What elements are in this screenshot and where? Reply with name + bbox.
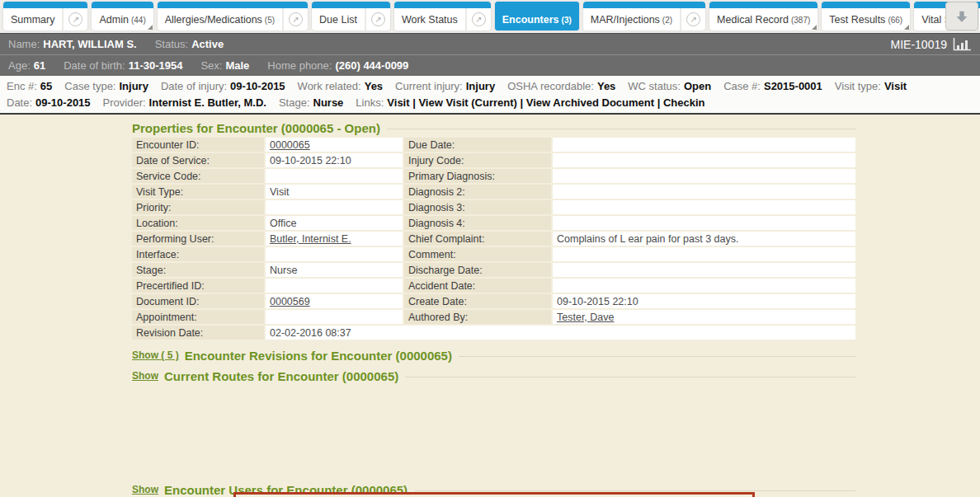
property-row-document-id: Document ID:0000569Create Date:09-10-201… bbox=[132, 294, 855, 308]
label-visit-type: Visit Type: bbox=[132, 185, 264, 199]
tab-test-results[interactable]: Test Results(66) bbox=[822, 2, 910, 30]
link-separator: | bbox=[654, 96, 663, 109]
property-row-service-code: Service Code:Primary Diagnosis: bbox=[132, 169, 855, 183]
value-priority bbox=[266, 200, 403, 214]
property-row-appointment: Appointment:Authored By:Tester, Dave bbox=[132, 310, 855, 324]
tab-mar-injections[interactable]: MAR/Injections(2)↗ bbox=[583, 2, 705, 30]
value-create-date: 09-10-2015 22:10 bbox=[553, 294, 855, 308]
field-status: Status:Active bbox=[155, 38, 224, 50]
tab-encounters[interactable]: Encounters(3) bbox=[495, 2, 579, 30]
tab-accent-bar bbox=[709, 2, 817, 8]
tab-summary[interactable]: Summary↗ bbox=[3, 2, 87, 30]
tab-label: Due List bbox=[312, 14, 365, 26]
value-performing-user-link[interactable]: Butler, Internist E. bbox=[270, 233, 351, 245]
label-revision-date: Revision Date: bbox=[132, 326, 264, 340]
label-comment: Comment: bbox=[404, 247, 551, 261]
encounter-links: Links:Visit | View Visit (Current) | Vie… bbox=[356, 96, 704, 109]
label-create-date: Create Date: bbox=[404, 294, 551, 308]
chart-stats-icon[interactable] bbox=[953, 38, 972, 51]
encounter-link-checkin[interactable]: Checkin bbox=[663, 96, 705, 109]
divider bbox=[387, 129, 855, 129]
field-home-phone: Home phone:(260) 444-0099 bbox=[267, 59, 408, 72]
label-stage: Stage: bbox=[132, 263, 264, 277]
properties-table: Encounter ID:0000065Due Date:Date of Ser… bbox=[132, 138, 855, 340]
value-location: Office bbox=[266, 216, 403, 230]
label-date-of-service: Date of Service: bbox=[132, 153, 264, 167]
value-comment bbox=[553, 247, 855, 261]
property-row-stage: Stage:NurseDischarge Date: bbox=[132, 263, 855, 277]
tab-accent-bar bbox=[583, 2, 705, 8]
field-sex: Sex:Male bbox=[200, 59, 249, 72]
label-performing-user: Performing User: bbox=[132, 232, 264, 246]
tab-label: Test Results(66) bbox=[822, 14, 910, 26]
popout-icon[interactable]: ↗ bbox=[62, 8, 87, 30]
property-row-encounter-id: Encounter ID:0000065Due Date: bbox=[132, 138, 855, 152]
tab-accent-bar bbox=[158, 2, 308, 8]
value-chief-complaint: Complains of L ear pain for past 3 days. bbox=[553, 232, 855, 246]
value-interface bbox=[266, 247, 403, 261]
value-due-date bbox=[553, 138, 855, 152]
encounter-link-visit[interactable]: Visit bbox=[387, 96, 409, 109]
field-wc-status: WC status:Open bbox=[628, 80, 711, 92]
tab-scroll-down-button[interactable] bbox=[945, 2, 978, 30]
value-primary-diagnosis bbox=[553, 169, 855, 183]
tab-count-badge: (44) bbox=[131, 16, 146, 25]
property-row-revision-date: Revision Date:02-02-2016 08:37 bbox=[132, 326, 855, 340]
show-revisions-link[interactable]: Show ( 5 ) bbox=[132, 349, 179, 361]
properties-title: Properties for Encounter (0000065 - Open… bbox=[132, 121, 380, 135]
popout-icon[interactable]: ↗ bbox=[680, 8, 705, 30]
encounter-link-view-archived-document[interactable]: View Archived Document bbox=[526, 96, 654, 109]
tab-work-status[interactable]: Work Status↗ bbox=[394, 2, 491, 30]
tab-body: Medical Record(387) bbox=[709, 8, 817, 30]
tab-accent-bar bbox=[3, 2, 87, 8]
show-routes-link[interactable]: Show bbox=[132, 370, 158, 382]
tab-allergies-medications[interactable]: Allergies/Medications(5)↗ bbox=[158, 2, 308, 30]
tab-body: Summary↗ bbox=[3, 8, 87, 30]
tab-accent-bar bbox=[822, 2, 910, 8]
popout-icon[interactable]: ↗ bbox=[282, 8, 308, 30]
value-encounter-id-link[interactable]: 0000065 bbox=[270, 139, 310, 151]
field-name: Name:HART, WILLIAM S. bbox=[8, 38, 137, 50]
show-users-link[interactable]: Show bbox=[132, 484, 158, 495]
label-interface: Interface: bbox=[132, 247, 264, 261]
divider bbox=[405, 377, 855, 377]
patient-id: MIE-10019 bbox=[891, 38, 947, 51]
encounter-info-line1: Enc #:65Case type:InjuryDate of injury:0… bbox=[7, 77, 973, 94]
label-discharge-date: Discharge Date: bbox=[404, 263, 551, 277]
patient-id-wrap: MIE-10019 bbox=[891, 38, 972, 51]
encounter-info-line2: Date:09-10-2015Provider:Internist E. But… bbox=[7, 94, 973, 110]
label-primary-diagnosis: Primary Diagnosis: bbox=[404, 169, 551, 183]
field-osha-recordable: OSHA recordable:Yes bbox=[507, 80, 615, 92]
value-diagnosis-2 bbox=[553, 185, 855, 199]
value-document-id-link[interactable]: 0000569 bbox=[270, 296, 310, 307]
tab-label: Admin(44) bbox=[92, 14, 153, 26]
property-row-visit-type: Visit Type:VisitDiagnosis 2: bbox=[132, 185, 855, 199]
field-visit-type: Visit type:Visit bbox=[835, 80, 907, 92]
value-stage: Nurse bbox=[266, 263, 403, 277]
patient-demographics-bar: Age:61Date of birth:11-30-1954Sex:MaleHo… bbox=[0, 54, 980, 76]
tab-label: MAR/Injections(2) bbox=[583, 14, 680, 26]
divider bbox=[459, 356, 855, 357]
encounter-link-view-visit-current[interactable]: View Visit (Current) bbox=[418, 96, 516, 109]
tab-count-badge: (2) bbox=[662, 16, 672, 25]
value-service-code bbox=[266, 169, 403, 183]
tab-body: Due List↗ bbox=[312, 8, 390, 30]
tab-medical-record[interactable]: Medical Record(387) bbox=[709, 2, 817, 30]
tab-due-list[interactable]: Due List↗ bbox=[312, 2, 390, 30]
value-encounter-id: 0000065 bbox=[266, 138, 403, 152]
field-work-related: Work related:Yes bbox=[298, 80, 384, 92]
tab-admin[interactable]: Admin(44) bbox=[92, 2, 153, 30]
field-current-injury: Current injury:Injury bbox=[395, 80, 495, 92]
label-appointment: Appointment: bbox=[132, 310, 264, 324]
value-authored-by-link[interactable]: Tester, Dave bbox=[557, 312, 614, 323]
popout-icon[interactable]: ↗ bbox=[365, 8, 390, 30]
dropdown-corner-icon bbox=[904, 25, 909, 30]
field-date-of-birth: Date of birth:11-30-1954 bbox=[64, 59, 182, 72]
tab-label: Work Status bbox=[394, 14, 465, 26]
label-authored-by: Authored By: bbox=[404, 310, 551, 324]
tab-label: Medical Record(387) bbox=[709, 14, 817, 26]
label-diagnosis-3: Diagnosis 3: bbox=[404, 200, 551, 214]
tab-body: Work Status↗ bbox=[394, 8, 491, 30]
popout-icon[interactable]: ↗ bbox=[465, 8, 491, 30]
value-date-of-service: 09-10-2015 22:10 bbox=[266, 153, 403, 167]
